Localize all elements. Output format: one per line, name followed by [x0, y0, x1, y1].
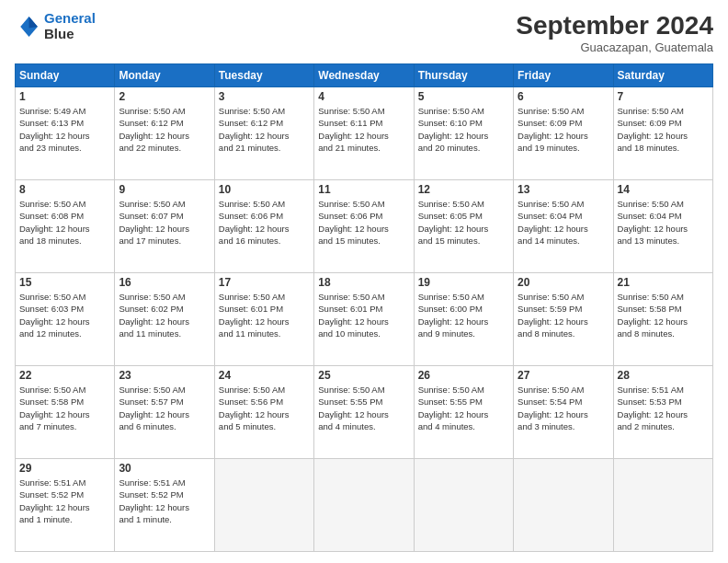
table-row: 18Sunrise: 5:50 AM Sunset: 6:01 PM Dayli…: [314, 273, 414, 366]
table-row: 27Sunrise: 5:50 AM Sunset: 5:54 PM Dayli…: [514, 366, 613, 459]
day-number: 14: [618, 183, 709, 196]
table-row: 10Sunrise: 5:50 AM Sunset: 6:06 PM Dayli…: [214, 180, 313, 273]
day-info: Sunrise: 5:50 AM Sunset: 5:55 PM Dayligh…: [318, 384, 409, 432]
day-info: Sunrise: 5:50 AM Sunset: 6:09 PM Dayligh…: [618, 105, 709, 154]
day-number: 12: [418, 183, 509, 196]
table-row: [514, 459, 613, 552]
table-row: 22Sunrise: 5:50 AM Sunset: 5:58 PM Dayli…: [16, 366, 115, 459]
day-number: 18: [318, 276, 409, 289]
day-number: 3: [219, 90, 310, 103]
table-row: 17Sunrise: 5:50 AM Sunset: 6:01 PM Dayli…: [214, 273, 313, 366]
day-info: Sunrise: 5:51 AM Sunset: 5:52 PM Dayligh…: [19, 477, 110, 525]
month-title: September 2024: [516, 11, 713, 40]
calendar-week-row: 15Sunrise: 5:50 AM Sunset: 6:03 PM Dayli…: [16, 273, 713, 366]
day-info: Sunrise: 5:50 AM Sunset: 6:07 PM Dayligh…: [119, 198, 210, 247]
day-info: Sunrise: 5:50 AM Sunset: 5:58 PM Dayligh…: [19, 384, 110, 432]
table-row: 20Sunrise: 5:50 AM Sunset: 5:59 PM Dayli…: [514, 273, 613, 366]
page: General Blue September 2024 Guacazapan, …: [0, 0, 728, 563]
day-info: Sunrise: 5:50 AM Sunset: 6:01 PM Dayligh…: [318, 291, 409, 339]
day-info: Sunrise: 5:50 AM Sunset: 6:10 PM Dayligh…: [418, 105, 509, 154]
logo: General Blue: [15, 11, 96, 41]
day-number: 26: [418, 369, 509, 382]
day-info: Sunrise: 5:50 AM Sunset: 6:08 PM Dayligh…: [19, 198, 110, 247]
table-row: 9Sunrise: 5:50 AM Sunset: 6:07 PM Daylig…: [115, 180, 214, 273]
table-row: 25Sunrise: 5:50 AM Sunset: 5:55 PM Dayli…: [314, 366, 414, 459]
day-info: Sunrise: 5:50 AM Sunset: 6:01 PM Dayligh…: [219, 291, 310, 339]
day-number: 9: [119, 183, 210, 196]
day-number: 21: [618, 276, 709, 289]
table-row: 21Sunrise: 5:50 AM Sunset: 5:58 PM Dayli…: [613, 273, 712, 366]
day-number: 17: [219, 276, 310, 289]
calendar-week-row: 29Sunrise: 5:51 AM Sunset: 5:52 PM Dayli…: [16, 459, 713, 552]
table-row: 12Sunrise: 5:50 AM Sunset: 6:05 PM Dayli…: [414, 180, 513, 273]
day-info: Sunrise: 5:50 AM Sunset: 6:11 PM Dayligh…: [318, 105, 409, 154]
day-number: 7: [618, 90, 709, 103]
day-info: Sunrise: 5:50 AM Sunset: 6:04 PM Dayligh…: [518, 198, 609, 247]
calendar-week-row: 8Sunrise: 5:50 AM Sunset: 6:08 PM Daylig…: [16, 180, 713, 273]
table-row: [613, 459, 712, 552]
table-row: 16Sunrise: 5:50 AM Sunset: 6:02 PM Dayli…: [115, 273, 214, 366]
table-row: 8Sunrise: 5:50 AM Sunset: 6:08 PM Daylig…: [16, 180, 115, 273]
col-sunday: Sunday: [16, 64, 115, 87]
day-info: Sunrise: 5:50 AM Sunset: 5:58 PM Dayligh…: [618, 291, 709, 339]
table-row: [214, 459, 313, 552]
day-info: Sunrise: 5:50 AM Sunset: 6:06 PM Dayligh…: [318, 198, 409, 247]
table-row: [414, 459, 513, 552]
day-info: Sunrise: 5:50 AM Sunset: 6:09 PM Dayligh…: [518, 105, 609, 154]
day-number: 11: [318, 183, 409, 196]
day-number: 30: [119, 462, 210, 475]
day-number: 24: [219, 369, 310, 382]
table-row: 23Sunrise: 5:50 AM Sunset: 5:57 PM Dayli…: [115, 366, 214, 459]
day-number: 16: [119, 276, 210, 289]
calendar-week-row: 22Sunrise: 5:50 AM Sunset: 5:58 PM Dayli…: [16, 366, 713, 459]
day-number: 10: [219, 183, 310, 196]
table-row: 6Sunrise: 5:50 AM Sunset: 6:09 PM Daylig…: [514, 87, 613, 180]
day-info: Sunrise: 5:50 AM Sunset: 5:55 PM Dayligh…: [418, 384, 509, 432]
day-number: 20: [518, 276, 609, 289]
day-info: Sunrise: 5:50 AM Sunset: 6:03 PM Dayligh…: [19, 291, 110, 339]
day-number: 27: [518, 369, 609, 382]
location-subtitle: Guacazapan, Guatemala: [516, 40, 713, 54]
day-number: 1: [19, 90, 110, 103]
table-row: 15Sunrise: 5:50 AM Sunset: 6:03 PM Dayli…: [16, 273, 115, 366]
day-number: 2: [119, 90, 210, 103]
table-row: 5Sunrise: 5:50 AM Sunset: 6:10 PM Daylig…: [414, 87, 513, 180]
day-number: 19: [418, 276, 509, 289]
day-number: 23: [119, 369, 210, 382]
col-saturday: Saturday: [613, 64, 712, 87]
day-info: Sunrise: 5:51 AM Sunset: 5:53 PM Dayligh…: [618, 384, 709, 432]
day-number: 5: [418, 90, 509, 103]
day-info: Sunrise: 5:49 AM Sunset: 6:13 PM Dayligh…: [19, 105, 110, 154]
day-number: 28: [618, 369, 709, 382]
day-number: 15: [19, 276, 110, 289]
day-info: Sunrise: 5:50 AM Sunset: 5:59 PM Dayligh…: [518, 291, 609, 339]
day-info: Sunrise: 5:50 AM Sunset: 5:57 PM Dayligh…: [119, 384, 210, 432]
day-number: 25: [318, 369, 409, 382]
table-row: 13Sunrise: 5:50 AM Sunset: 6:04 PM Dayli…: [514, 180, 613, 273]
table-row: 4Sunrise: 5:50 AM Sunset: 6:11 PM Daylig…: [314, 87, 414, 180]
title-block: September 2024 Guacazapan, Guatemala: [516, 11, 713, 54]
table-row: 24Sunrise: 5:50 AM Sunset: 5:56 PM Dayli…: [214, 366, 313, 459]
day-number: 8: [19, 183, 110, 196]
table-row: 29Sunrise: 5:51 AM Sunset: 5:52 PM Dayli…: [16, 459, 115, 552]
table-row: 28Sunrise: 5:51 AM Sunset: 5:53 PM Dayli…: [613, 366, 712, 459]
day-info: Sunrise: 5:50 AM Sunset: 6:06 PM Dayligh…: [219, 198, 310, 247]
calendar-header-row: Sunday Monday Tuesday Wednesday Thursday…: [16, 64, 713, 87]
col-tuesday: Tuesday: [214, 64, 313, 87]
table-row: 26Sunrise: 5:50 AM Sunset: 5:55 PM Dayli…: [414, 366, 513, 459]
calendar-table: Sunday Monday Tuesday Wednesday Thursday…: [15, 63, 713, 552]
day-info: Sunrise: 5:50 AM Sunset: 5:54 PM Dayligh…: [518, 384, 609, 432]
table-row: [314, 459, 414, 552]
table-row: 30Sunrise: 5:51 AM Sunset: 5:52 PM Dayli…: [115, 459, 214, 552]
day-number: 22: [19, 369, 110, 382]
day-number: 4: [318, 90, 409, 103]
table-row: 1Sunrise: 5:49 AM Sunset: 6:13 PM Daylig…: [16, 87, 115, 180]
day-info: Sunrise: 5:50 AM Sunset: 6:05 PM Dayligh…: [418, 198, 509, 247]
col-wednesday: Wednesday: [314, 64, 414, 87]
table-row: 19Sunrise: 5:50 AM Sunset: 6:00 PM Dayli…: [414, 273, 513, 366]
col-thursday: Thursday: [414, 64, 513, 87]
table-row: 3Sunrise: 5:50 AM Sunset: 6:12 PM Daylig…: [214, 87, 313, 180]
day-number: 29: [19, 462, 110, 475]
day-info: Sunrise: 5:50 AM Sunset: 6:02 PM Dayligh…: [119, 291, 210, 339]
table-row: 11Sunrise: 5:50 AM Sunset: 6:06 PM Dayli…: [314, 180, 414, 273]
